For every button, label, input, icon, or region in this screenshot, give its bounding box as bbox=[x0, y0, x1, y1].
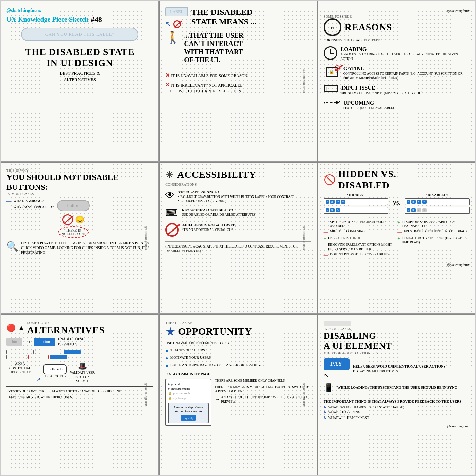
tb-icon-d1: ≡ bbox=[407, 200, 410, 204]
signup-modal: One more step: Please sign up to access … bbox=[168, 403, 209, 423]
opp-bullet-2: ● bbox=[165, 355, 168, 362]
main-title-line2: IN UI DESIGN bbox=[6, 57, 153, 68]
reasons-title: REASONS bbox=[345, 22, 392, 33]
label-box-demo: LABEL bbox=[165, 7, 188, 16]
fb-arrow-2: ↳ bbox=[324, 410, 326, 414]
visual-title: VISUAL APPEARANCE : bbox=[178, 190, 294, 194]
dash-icon-1: — bbox=[6, 199, 11, 204]
label-placeholder-text: CAN YOU READ THIS LABEL? bbox=[45, 32, 115, 37]
channel-1: #general bbox=[168, 381, 209, 386]
alt-helper-label: ADD A CONTEXTUAL HELPER TEXT bbox=[6, 362, 34, 374]
h-sign-5: — bbox=[324, 252, 328, 258]
gating-icon: 🔒 bbox=[324, 66, 340, 79]
series-label: UX Knowledge Piece Sketch bbox=[6, 16, 89, 23]
sync-reason: WHILE LOADING: THE SYSTEM AND THE USER S… bbox=[337, 385, 457, 390]
form-row-error bbox=[28, 355, 49, 359]
tb-icon-2: ⊞ bbox=[330, 200, 335, 204]
tooltip-text: Tooltip info bbox=[47, 368, 63, 371]
sync-reason-title: WHILE LOADING: THE SYSTEM AND THE USER S… bbox=[337, 385, 457, 390]
alt-tooltip: Tooltip info USE A TOOLTIP bbox=[43, 362, 67, 383]
channel-4: 🔒vip-lounge bbox=[168, 396, 209, 401]
arrow-benefit2: → bbox=[215, 397, 220, 402]
form-row-1 bbox=[6, 350, 34, 354]
handle-top: @sketchingforux bbox=[6, 7, 41, 14]
number-label: #48 bbox=[91, 15, 102, 24]
form-mockup bbox=[6, 350, 153, 359]
in-most-cases: IN MOST CASES bbox=[6, 192, 153, 196]
hidden-toolbar-1: ≡ ⊞ ↩ ✎ bbox=[324, 198, 389, 205]
hidden-col: •HIDDEN: ≡ ⊞ ↩ ✎ ≡ ⊞ ✎ bbox=[324, 193, 389, 214]
arrow-between: ↗ bbox=[36, 362, 41, 383]
wcag-note: (INTERESTINGLY, WCAG STATES THAT THERE A… bbox=[165, 244, 311, 253]
tb-icon-d8: ✎ bbox=[422, 208, 427, 212]
form-row-3 bbox=[6, 355, 27, 359]
no-circle-feedback bbox=[62, 214, 73, 225]
disabled-label-demo: CAN YOU READ THIS LABEL? bbox=[21, 28, 138, 41]
pay-reason-desc: E.G. PAYING MULTIPLE TIMES bbox=[353, 369, 445, 373]
bullet-points-left: — WHAT IS WRONG? — WHY CAN'T I PROCEED? bbox=[6, 199, 54, 211]
this-is-why-label: THIS IS WHY bbox=[6, 169, 153, 172]
h-pt-4: REMOVING IRRELEVANT OPTIONS MIGHT HELP U… bbox=[328, 243, 395, 251]
cursor-desc: IT'S AN ADDITIONAL VISUAL CUE bbox=[182, 228, 236, 232]
some-possible-label: SOME POSSIBLE bbox=[324, 15, 470, 18]
grey-button-alt: btn bbox=[6, 338, 22, 346]
benefit2-row: → AND YOU COULD FURTHER IMPROVE THIS BY … bbox=[215, 395, 311, 404]
point-proceed: WHY CAN'T I PROCEED? bbox=[13, 205, 54, 210]
loading-desc: A PROCESS IS LOADING, E.G. THE USER HAS … bbox=[341, 52, 470, 61]
h-sign-4: + bbox=[324, 243, 326, 249]
point2b-text: E.G. WITH THE CURRENT SELECTION bbox=[165, 88, 311, 94]
disabled-toolbar-1: ≡ ⊞ ↩ ✎ bbox=[405, 198, 470, 205]
sideways-handle-3: @sketchingforux bbox=[447, 9, 470, 13]
signup-button[interactable]: Sign Up bbox=[181, 415, 196, 421]
cell-mid-middle: ✳ ACCESSIBILITY CONSIDERATIONS 👁 VISUAL … bbox=[159, 162, 317, 314]
upcoming-title: UPCOMING bbox=[343, 100, 394, 106]
in-some-cases-label: IN SOME CASES, bbox=[324, 327, 470, 331]
cursor-pay-icon: ↖ bbox=[324, 371, 350, 379]
sideways-handle-5: @sketchingforux bbox=[303, 226, 306, 250]
fb-arrow-3: ↳ bbox=[324, 416, 326, 420]
ch3-label: premium-only bbox=[173, 392, 191, 395]
alt-helper: ADD A CONTEXTUAL HELPER TEXT bbox=[6, 362, 34, 383]
pay-button-demo: PAY bbox=[324, 358, 350, 370]
upcoming-icon: ● P bbox=[324, 100, 340, 105]
reason-input: INPUT ISSUE PROBLEMATIC USER INPUT (MISS… bbox=[324, 85, 470, 95]
hidden-vs-disabled-title: HIDDEN VS. DISABLED bbox=[338, 169, 396, 190]
opportunity-intro: USE UNAVAILABLE ELEMENTS TO E.G. bbox=[165, 341, 311, 346]
reasons-subtitle: FOR USING THE DISABLED STATE bbox=[324, 38, 470, 43]
cursor-title: ADD CURSOR: NOT-ALLOWED, bbox=[182, 223, 236, 228]
form-btn-blue bbox=[64, 350, 81, 354]
hidden-label: •HIDDEN: bbox=[324, 193, 389, 197]
tb-icon-d2: ⊞ bbox=[411, 200, 416, 204]
signup-modal-area: One more step: Please sign up to access … bbox=[168, 403, 209, 423]
eg-label: E.G. A COMMUNITY PAGE: bbox=[165, 372, 311, 377]
cell-bottom-middle: TREAT IT AS AN ★ OPPORTUNITY USE UNAVAIL… bbox=[159, 314, 317, 475]
d-pt-2: FRUSTRATING IF THERE IS NO FEEDBACK bbox=[404, 229, 468, 233]
tb-icon-d3: ↩ bbox=[417, 200, 421, 204]
tb-icon-7: ✎ bbox=[336, 208, 340, 212]
tooltip-demo: Tooltip info bbox=[43, 364, 67, 374]
opp-bullet-3: ● bbox=[165, 363, 168, 369]
tb-icon-4: ✎ bbox=[341, 200, 345, 204]
pay-reason-title: HELP USERS AVOID UNINTENTIONAL USER ACTI… bbox=[353, 364, 445, 369]
input-title: INPUT ISSUE bbox=[341, 85, 422, 91]
disabled-points-list: +IT SUPPORTS DISCOVERABILITY & LEARNABIL… bbox=[397, 220, 470, 259]
puzzle-magnify-icon: 🔍 bbox=[6, 241, 18, 252]
ch4-label: vip-lounge bbox=[173, 396, 186, 400]
sync-icon: 📱 bbox=[324, 383, 334, 392]
sad-face: 😞 bbox=[75, 215, 84, 224]
cell-bottom-left: 🔴 ▲ SOME GOOD ALTERNATIVES btn → button … bbox=[1, 314, 159, 475]
point1-text: IT IS UNAVAILABLE FOR SOME REASON bbox=[171, 73, 247, 78]
keyboard-icon: ⌨ bbox=[165, 208, 178, 218]
tb-icon-1: ≡ bbox=[326, 200, 329, 204]
ch2-icon: # bbox=[168, 387, 170, 390]
sideways-handle-4: @sketchingforux bbox=[144, 226, 148, 250]
reason-loading: LOADING A PROCESS IS LOADING, E.G. THE U… bbox=[324, 46, 470, 61]
fb-arrow-1: ↳ bbox=[324, 405, 326, 409]
benefit1-detail: FREE PLAN MEMBERS MIGHT GET MOTIVATED TO… bbox=[215, 385, 311, 393]
point-wrong: WHAT IS WRONG? bbox=[13, 199, 44, 203]
accessibility-title: ACCESSIBILITY bbox=[177, 169, 256, 180]
heading-disabled: THE DISABLED STATE MEANS ... bbox=[191, 7, 257, 27]
disabled-button-demo: button bbox=[57, 200, 90, 211]
channel-3: 🔒premium-only bbox=[168, 391, 209, 396]
crossed-eye-icon: 🚫 bbox=[324, 174, 336, 185]
